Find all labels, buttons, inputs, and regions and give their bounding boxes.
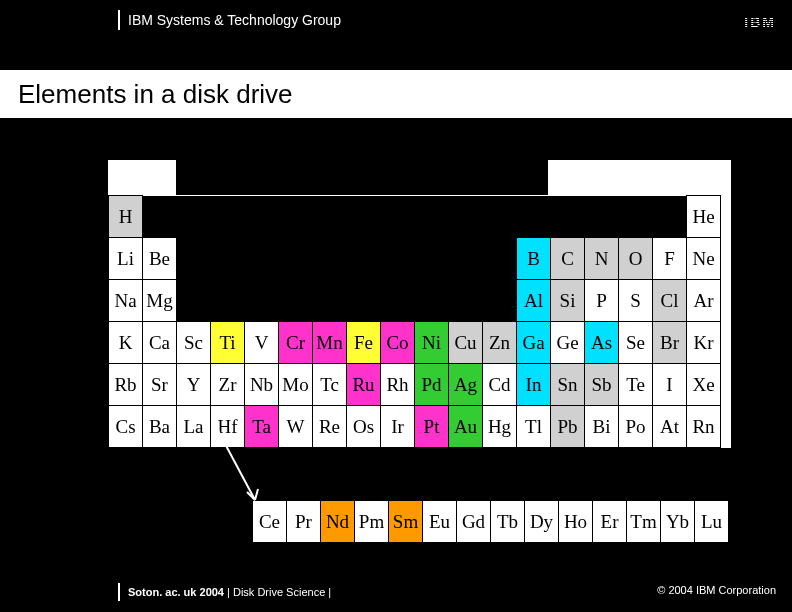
element-cell-cl: Cl — [653, 280, 687, 322]
element-cell-cs: Cs — [109, 406, 143, 448]
empty-cell — [517, 196, 551, 238]
element-cell-te: Te — [619, 364, 653, 406]
empty-cell — [143, 196, 177, 238]
element-cell-al: Al — [517, 280, 551, 322]
element-cell-pt: Pt — [415, 406, 449, 448]
element-cell-c: C — [551, 238, 585, 280]
element-cell-h: H — [109, 196, 143, 238]
empty-cell — [415, 238, 449, 280]
empty-cell — [483, 238, 517, 280]
element-cell-b: B — [517, 238, 551, 280]
element-cell-at: At — [653, 406, 687, 448]
empty-cell — [653, 196, 687, 238]
element-cell-ho: Ho — [559, 501, 593, 543]
element-cell-ar: Ar — [687, 280, 721, 322]
slide-footer: Soton. ac. uk 2004 | Disk Drive Science … — [0, 578, 792, 606]
empty-cell — [211, 196, 245, 238]
footer-copyright: © 2004 IBM Corporation — [657, 584, 776, 596]
element-cell-ga: Ga — [517, 322, 551, 364]
footer-left-bold: Soton. ac. uk 2004 — [128, 586, 224, 598]
element-cell-ne: Ne — [687, 238, 721, 280]
element-cell-sc: Sc — [177, 322, 211, 364]
element-cell-ce: Ce — [253, 501, 287, 543]
element-cell-mn: Mn — [313, 322, 347, 364]
element-cell-pr: Pr — [287, 501, 321, 543]
element-cell-hg: Hg — [483, 406, 517, 448]
element-cell-re: Re — [313, 406, 347, 448]
empty-cell — [449, 280, 483, 322]
element-cell-si: Si — [551, 280, 585, 322]
element-cell-ca: Ca — [143, 322, 177, 364]
element-cell-i: I — [653, 364, 687, 406]
element-cell-dy: Dy — [525, 501, 559, 543]
empty-cell — [245, 238, 279, 280]
element-cell-in: In — [517, 364, 551, 406]
empty-cell — [177, 238, 211, 280]
element-cell-kr: Kr — [687, 322, 721, 364]
element-cell-ta: Ta — [245, 406, 279, 448]
header-divider — [118, 10, 120, 30]
element-cell-be: Be — [143, 238, 177, 280]
element-cell-he: He — [687, 196, 721, 238]
element-cell-cd: Cd — [483, 364, 517, 406]
element-cell-li: Li — [109, 238, 143, 280]
empty-cell — [211, 280, 245, 322]
element-cell-nd: Nd — [321, 501, 355, 543]
element-cell-fe: Fe — [347, 322, 381, 364]
empty-cell — [279, 196, 313, 238]
element-cell-rh: Rh — [381, 364, 415, 406]
element-cell-ba: Ba — [143, 406, 177, 448]
element-cell-xe: Xe — [687, 364, 721, 406]
element-cell-yb: Yb — [661, 501, 695, 543]
element-cell-rn: Rn — [687, 406, 721, 448]
element-cell-n: N — [585, 238, 619, 280]
element-cell-f: F — [653, 238, 687, 280]
element-cell-y: Y — [177, 364, 211, 406]
empty-cell — [313, 238, 347, 280]
element-cell-tl: Tl — [517, 406, 551, 448]
empty-cell — [415, 280, 449, 322]
empty-cell — [177, 196, 211, 238]
element-cell-ir: Ir — [381, 406, 415, 448]
empty-cell — [381, 280, 415, 322]
slide-header: IBM Systems & Technology Group IBM — [0, 6, 792, 34]
element-cell-p: P — [585, 280, 619, 322]
element-cell-tc: Tc — [313, 364, 347, 406]
element-cell-tm: Tm — [627, 501, 661, 543]
periodic-table: HHeLiBeBCNOFNeNaMgAlSiPSClArKCaScTiVCrMn… — [108, 195, 728, 448]
empty-cell — [381, 238, 415, 280]
ibm-logo: IBM — [744, 14, 776, 30]
empty-cell — [619, 196, 653, 238]
lanthanide-row: CePrNdPmSmEuGdTbDyHoErTmYbLu — [252, 500, 729, 543]
empty-cell — [279, 238, 313, 280]
element-cell-nb: Nb — [245, 364, 279, 406]
empty-cell — [483, 280, 517, 322]
empty-cell — [585, 196, 619, 238]
element-cell-gd: Gd — [457, 501, 491, 543]
element-cell-mo: Mo — [279, 364, 313, 406]
element-cell-sr: Sr — [143, 364, 177, 406]
element-cell-cu: Cu — [449, 322, 483, 364]
element-cell-cr: Cr — [279, 322, 313, 364]
element-cell-ti: Ti — [211, 322, 245, 364]
empty-cell — [279, 280, 313, 322]
element-cell-w: W — [279, 406, 313, 448]
element-cell-pm: Pm — [355, 501, 389, 543]
element-cell-os: Os — [347, 406, 381, 448]
empty-cell — [347, 196, 381, 238]
element-cell-zn: Zn — [483, 322, 517, 364]
empty-cell — [245, 196, 279, 238]
element-cell-se: Se — [619, 322, 653, 364]
empty-cell — [211, 238, 245, 280]
element-cell-mg: Mg — [143, 280, 177, 322]
empty-cell — [483, 196, 517, 238]
slide-title: Elements in a disk drive — [18, 79, 293, 110]
element-cell-rb: Rb — [109, 364, 143, 406]
element-cell-ge: Ge — [551, 322, 585, 364]
empty-cell — [177, 280, 211, 322]
element-cell-sb: Sb — [585, 364, 619, 406]
element-cell-s: S — [619, 280, 653, 322]
element-cell-sn: Sn — [551, 364, 585, 406]
empty-cell — [415, 196, 449, 238]
footer-left-rest: | Disk Drive Science | — [224, 586, 331, 598]
